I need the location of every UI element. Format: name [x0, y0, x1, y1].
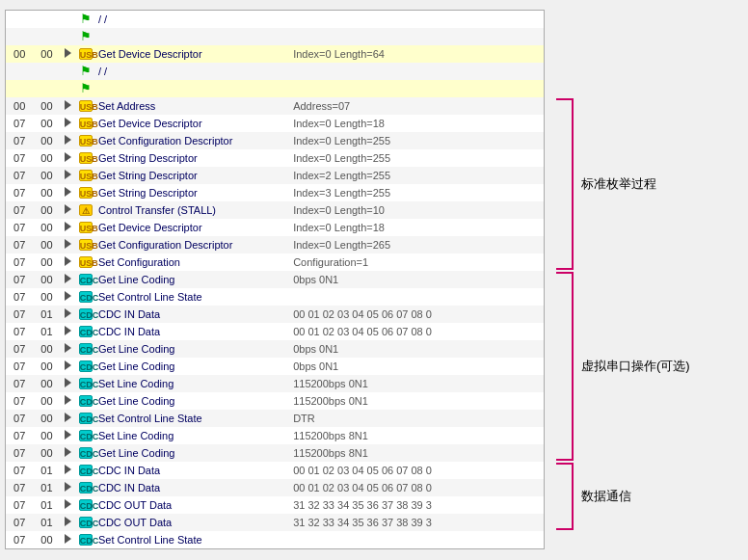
- table-row[interactable]: 07 00 CDC Get Line Coding 115200bps 8N1: [6, 444, 544, 462]
- arrow-cell: [61, 167, 76, 184]
- arrow-cell: [61, 80, 76, 97]
- name-cell: Get Device Descriptor: [95, 219, 290, 236]
- table-row[interactable]: 07 00 CDC Set Line Coding 115200bps 8N1: [6, 427, 544, 444]
- table-row[interactable]: 07 00 USB Get String Descriptor Index=2 …: [6, 167, 544, 184]
- cdc-icon: CDC: [79, 413, 93, 424]
- byte2-cell: 01: [33, 514, 60, 531]
- byte1-cell: 07: [6, 149, 33, 167]
- usb-icon: USB: [79, 170, 93, 181]
- detail-cell: [290, 11, 544, 28]
- icon-cell: CDC: [76, 375, 95, 392]
- usb-icon: USB: [79, 187, 93, 199]
- table-row[interactable]: 07 00 ⚠ Control Transfer (STALL) Index=0…: [6, 201, 544, 219]
- byte2-cell: 00: [33, 531, 60, 548]
- name-cell: Set Control Line State: [95, 288, 290, 306]
- flag-icon: ⚑: [79, 83, 93, 94]
- expand-arrow: [65, 430, 71, 440]
- table-row[interactable]: 07 00 CDC Get Line Coding 115200bps 0N1: [6, 392, 544, 410]
- arrow-cell: [61, 184, 76, 201]
- table-row[interactable]: 07 01 CDC CDC IN Data 00 01 02 03 04 05 …: [6, 306, 544, 323]
- table-row[interactable]: 07 00 CDC Get Line Coding 0bps 0N1: [6, 358, 544, 375]
- detail-cell: 0bps 0N1: [290, 271, 544, 288]
- table-row[interactable]: 07 01 CDC CDC IN Data 00 01 02 03 04 05 …: [6, 462, 544, 479]
- table-row[interactable]: ⚑ / /: [6, 63, 544, 80]
- cdc-icon: CDC: [79, 378, 93, 389]
- bracket: [556, 463, 574, 530]
- detail-cell: [290, 80, 544, 97]
- detail-cell: DTR: [290, 410, 544, 427]
- table-row[interactable]: 07 00 USB Set Configuration Configuratio…: [6, 253, 544, 271]
- arrow-cell: [61, 462, 76, 479]
- icon-cell: CDC: [76, 496, 95, 514]
- icon-cell: USB: [76, 149, 95, 167]
- arrow-cell: [61, 149, 76, 167]
- annotation-group: 数据通信: [556, 463, 631, 530]
- expand-arrow: [65, 187, 71, 197]
- cdc-icon: CDC: [79, 326, 93, 337]
- arrow-cell: [61, 531, 76, 548]
- byte1-cell: [6, 11, 33, 28]
- table-row[interactable]: 07 01 CDC CDC IN Data 00 01 02 03 04 05 …: [6, 323, 544, 340]
- table-row[interactable]: 07 00 CDC Set Control Line State DTR: [6, 410, 544, 427]
- cdc-icon: CDC: [79, 482, 93, 493]
- usb-icon: USB: [79, 256, 93, 268]
- byte1-cell: 00: [6, 97, 33, 115]
- table-row[interactable]: 07 00 USB Get Device Descriptor Index=0 …: [6, 219, 544, 236]
- table-row[interactable]: 07 01 CDC CDC OUT Data 31 32 33 34 35 36…: [6, 514, 544, 531]
- table-row[interactable]: 00 00 USB Set Address Address=07: [6, 97, 544, 115]
- table-row[interactable]: 07 00 USB Get Configuration Descriptor I…: [6, 132, 544, 149]
- byte2-cell: 00: [33, 427, 60, 444]
- usb-icon: USB: [79, 152, 93, 164]
- warning-icon: ⚠: [79, 204, 93, 216]
- name-cell: Get String Descriptor: [95, 184, 290, 201]
- expand-arrow: [65, 274, 71, 283]
- byte1-cell: 07: [6, 479, 33, 496]
- table-row[interactable]: 07 00 CDC Get Line Coding 0bps 0N1: [6, 271, 544, 288]
- expand-arrow: [65, 534, 71, 544]
- table-row[interactable]: 07 01 CDC CDC OUT Data 31 32 33 34 35 36…: [6, 496, 544, 514]
- detail-cell: [290, 63, 544, 80]
- cdc-icon: CDC: [79, 499, 93, 511]
- table-row[interactable]: 07 00 CDC Set Line Coding 115200bps 0N1: [6, 375, 544, 392]
- name-cell: CDC IN Data: [95, 462, 290, 479]
- icon-cell: CDC: [76, 340, 95, 358]
- cdc-icon: CDC: [79, 465, 93, 476]
- byte2-cell: 00: [33, 444, 60, 462]
- arrow-cell: [61, 201, 76, 219]
- icon-cell: CDC: [76, 323, 95, 340]
- table-row[interactable]: 07 00 USB Get Device Descriptor Index=0 …: [6, 115, 544, 132]
- table-row[interactable]: 07 00 USB Get String Descriptor Index=3 …: [6, 184, 544, 201]
- byte2-cell: 00: [33, 340, 60, 358]
- arrow-cell: [61, 236, 76, 253]
- name-cell: Set Line Coding: [95, 427, 290, 444]
- icon-cell: CDC: [76, 531, 95, 548]
- usb-icon: USB: [79, 239, 93, 251]
- icon-cell: CDC: [76, 306, 95, 323]
- byte2-cell: 00: [33, 375, 60, 392]
- detail-cell: 0bps 0N1: [290, 340, 544, 358]
- name-cell: Set Control Line State: [95, 531, 290, 548]
- annotation-label: 标准枚举过程: [581, 175, 656, 193]
- table-row[interactable]: ⚑ / /: [6, 11, 544, 28]
- table-row[interactable]: 07 00 USB Get String Descriptor Index=0 …: [6, 149, 544, 167]
- table-row[interactable]: 07 00 USB Get Configuration Descriptor I…: [6, 236, 544, 253]
- byte1-cell: 07: [6, 253, 33, 271]
- table-row[interactable]: ⚑: [6, 28, 544, 45]
- table-row[interactable]: 07 00 CDC Get Line Coding 0bps 0N1: [6, 340, 544, 358]
- detail-cell: 00 01 02 03 04 05 06 07 08 0: [290, 462, 544, 479]
- expand-arrow: [65, 326, 71, 335]
- cdc-icon: CDC: [79, 291, 93, 303]
- table-row[interactable]: 07 00 CDC Set Control Line State: [6, 531, 544, 548]
- byte2-cell: 00: [33, 97, 60, 115]
- arrow-cell: [61, 28, 76, 45]
- detail-cell: 115200bps 0N1: [290, 392, 544, 410]
- expand-arrow: [65, 395, 71, 405]
- table-row[interactable]: 07 00 CDC Set Control Line State: [6, 288, 544, 306]
- table-row[interactable]: 07 01 CDC CDC IN Data 00 01 02 03 04 05 …: [6, 479, 544, 496]
- byte2-cell: [33, 28, 60, 45]
- detail-cell: 115200bps 8N1: [290, 427, 544, 444]
- byte1-cell: [6, 63, 33, 80]
- table-row[interactable]: ⚑: [6, 80, 544, 97]
- table-row[interactable]: 00 00 USB Get Device Descriptor Index=0 …: [6, 45, 544, 63]
- icon-cell: USB: [76, 115, 95, 132]
